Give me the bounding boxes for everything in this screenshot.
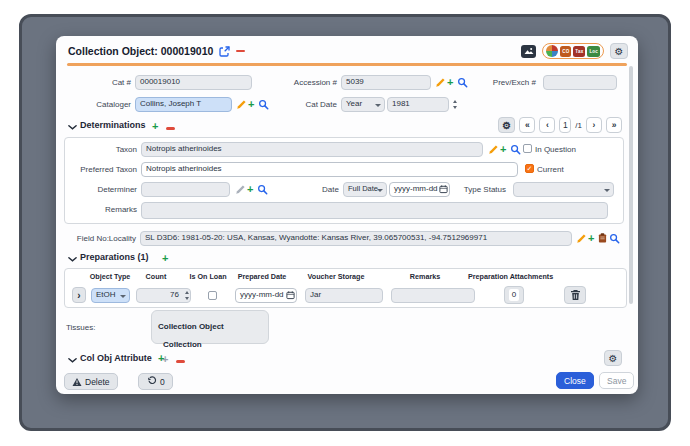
determination-settings-gear-icon[interactable]	[498, 117, 515, 133]
cat-number-input[interactable]: 000019010	[135, 75, 252, 90]
add-icon[interactable]	[247, 184, 253, 195]
column-header: Count	[136, 272, 176, 281]
date-precision-select[interactable]: Full Date	[343, 182, 387, 197]
determination-remarks-label: Remarks	[76, 202, 137, 218]
delete-button-label: Delete	[85, 377, 110, 387]
preferred-taxon-input[interactable]: Notropis atherinoides	[141, 162, 518, 177]
count-stepper[interactable]	[184, 290, 191, 301]
image-icon[interactable]	[521, 45, 536, 58]
col-obj-attribute-section-title: Col Obj Attribute	[80, 353, 152, 363]
previous-page-button[interactable]	[539, 117, 555, 133]
remove-determination-icon[interactable]	[166, 127, 175, 130]
next-page-button[interactable]	[586, 117, 602, 133]
determinations-section-title: Determinations	[80, 120, 146, 130]
clipboard-icon[interactable]	[598, 232, 607, 244]
changes-count-value: 0	[160, 377, 165, 387]
warning-icon	[72, 377, 82, 387]
determiner-input[interactable]	[141, 182, 230, 197]
current-checkbox[interactable]	[525, 164, 534, 173]
chevron-down-icon[interactable]	[68, 357, 77, 364]
cat-date-input[interactable]: 1981	[387, 97, 449, 112]
calendar-icon[interactable]	[439, 184, 448, 194]
related-tables-pill: CO Tax Loc	[542, 43, 604, 59]
edit-pencil-disabled-icon[interactable]	[235, 184, 246, 195]
save-button-label: Save	[607, 376, 626, 386]
add-icon[interactable]	[500, 144, 506, 155]
accession-label: Accession #	[256, 75, 337, 91]
first-page-button[interactable]	[519, 117, 535, 133]
attribute-settings-gear-icon[interactable]	[604, 350, 622, 366]
last-page-button[interactable]	[606, 117, 622, 133]
add-icon[interactable]	[588, 233, 594, 244]
tab-collection-object[interactable]: Collection Object	[158, 322, 224, 331]
edit-pencil-icon[interactable]	[488, 144, 499, 155]
type-status-select[interactable]	[513, 182, 614, 197]
count-input[interactable]: 76	[136, 288, 191, 303]
collection-object-dialog: Collection Object: 000019010 CO Tax Loc …	[56, 36, 638, 394]
preparation-attachments-button[interactable]: 0	[504, 286, 524, 304]
form-settings-gear-icon[interactable]	[610, 43, 628, 59]
column-header: Remarks	[396, 272, 454, 281]
tab-collection[interactable]: Collection	[163, 340, 202, 349]
tissues-subview: Collection Object Collection	[151, 310, 269, 344]
vertical-scrollbar[interactable]	[629, 66, 633, 304]
calendar-icon[interactable]	[286, 290, 295, 300]
edit-pencil-icon[interactable]	[435, 77, 446, 88]
cat-date-type-select[interactable]: Year	[341, 97, 385, 112]
is-on-loan-checkbox[interactable]	[208, 291, 217, 300]
collection-object-table-icon[interactable]: CO	[560, 46, 571, 57]
specify-network-icon[interactable]	[546, 45, 558, 57]
save-button[interactable]: Save	[599, 372, 634, 389]
column-header: Prepared Date	[236, 272, 288, 281]
determined-date-label: Date	[296, 182, 339, 198]
determination-remarks-textarea[interactable]	[141, 202, 608, 219]
delete-button[interactable]: Delete	[64, 373, 118, 390]
taxon-input[interactable]: Notropis atherinoides	[141, 142, 483, 157]
delete-row-button[interactable]	[564, 286, 586, 304]
add-attribute-icon[interactable]	[162, 354, 168, 365]
preparations-section-title: Preparations (1)	[80, 252, 149, 262]
column-header: Voucher Storage	[304, 272, 368, 281]
trash-icon	[570, 289, 581, 301]
close-button[interactable]: Close	[556, 372, 594, 389]
add-icon[interactable]	[248, 99, 254, 110]
search-icon[interactable]	[257, 184, 268, 195]
chevron-down-icon[interactable]	[68, 256, 77, 263]
current-label: Current	[537, 162, 587, 178]
add-determination-icon[interactable]	[152, 121, 158, 132]
locality-table-icon[interactable]: Loc	[587, 46, 600, 57]
in-question-label: In Question	[535, 142, 595, 158]
expand-row-button[interactable]	[72, 287, 86, 303]
attachments-count: 0	[509, 289, 519, 301]
remove-attribute-icon[interactable]	[176, 360, 185, 363]
field-no-locality-input[interactable]: SL D3D6: 1981-05-20: USA, Kansas, Wyando…	[140, 231, 572, 246]
close-button-label: Close	[564, 376, 586, 386]
voucher-storage-input[interactable]: Jar	[305, 288, 383, 303]
cataloger-input[interactable]: Collins, Joseph T	[135, 97, 232, 112]
search-icon[interactable]	[609, 233, 620, 244]
taxon-label: Taxon	[76, 142, 137, 158]
determination-pagination: 1 /1	[498, 117, 622, 133]
prev-exch-input[interactable]	[543, 75, 617, 90]
object-type-select[interactable]: EtOH	[91, 288, 130, 303]
dialog-title: Collection Object: 000019010	[68, 45, 213, 57]
edit-pencil-icon[interactable]	[236, 99, 247, 110]
tissues-label: Tissues:	[66, 320, 126, 336]
page-number-input[interactable]: 1	[559, 117, 571, 133]
taxon-table-icon[interactable]: Tax	[573, 46, 585, 57]
open-in-new-icon[interactable]	[219, 46, 230, 57]
edit-pencil-icon[interactable]	[576, 233, 587, 244]
preparation-remarks-input[interactable]	[391, 288, 475, 303]
page-total-label: /1	[575, 121, 582, 130]
search-icon[interactable]	[510, 144, 521, 155]
in-question-checkbox[interactable]	[523, 144, 532, 153]
changes-count-button[interactable]: 0	[138, 373, 173, 390]
add-preparation-icon[interactable]	[162, 253, 168, 264]
accession-input[interactable]: 5039	[341, 75, 431, 90]
remove-record-icon[interactable]	[236, 50, 245, 53]
cataloger-label: Cataloger	[76, 97, 131, 113]
preferred-taxon-label: Preferred Taxon	[64, 162, 137, 178]
add-icon[interactable]	[447, 77, 453, 88]
chevron-down-icon[interactable]	[68, 124, 77, 131]
number-stepper[interactable]	[452, 99, 459, 110]
